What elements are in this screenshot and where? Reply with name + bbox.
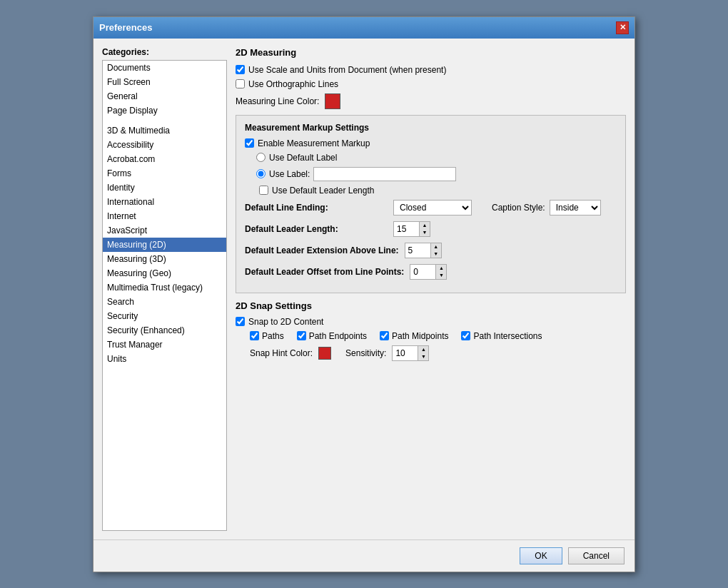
cat-item-securityenhanced[interactable]: Security (Enhanced) [103, 323, 226, 338]
use-default-leader-row: Use Default Leader Length [259, 186, 617, 196]
cat-item-documents[interactable]: Documents [103, 61, 226, 75]
cat-item-acrobatcom[interactable]: Acrobat.com [103, 152, 226, 166]
measuring-line-color-row: Measuring Line Color: [236, 93, 626, 109]
cat-item-units[interactable]: Units [103, 352, 226, 366]
path-endpoints-checkbox[interactable] [297, 331, 306, 340]
close-button[interactable]: ✕ [616, 21, 629, 34]
leader-length-down[interactable]: ▼ [419, 229, 430, 236]
title-bar: Preferences ✕ [93, 17, 635, 39]
sensitivity-input[interactable] [393, 346, 418, 360]
cat-item-3dmultimedia[interactable]: 3D & Multimedia [103, 123, 226, 138]
default-leader-ext-label: Default Leader Extension Above Line: [245, 245, 399, 255]
sensitivity-up[interactable]: ▲ [418, 346, 428, 353]
cat-item-measuring2d[interactable]: Measuring (2D) [103, 238, 226, 252]
cat-item-identity[interactable]: Identity [103, 181, 226, 195]
leader-length-up[interactable]: ▲ [419, 222, 430, 229]
cat-item-general[interactable]: General [103, 89, 226, 103]
default-line-ending-select[interactable]: Closed Open Arrow None [393, 200, 472, 216]
use-ortho-row: Use Orthographic Lines [236, 79, 626, 89]
cat-item-trustmanager[interactable]: Trust Manager [103, 338, 226, 352]
use-label-row: Use Label: [256, 167, 617, 181]
path-intersections-label[interactable]: Path Intersections [461, 331, 542, 341]
cat-item-pagedisplay[interactable]: Page Display [103, 103, 226, 118]
sensitivity-spinners: ▲ ▼ [418, 346, 428, 360]
sensitivity-down[interactable]: ▼ [418, 353, 428, 360]
cat-item-internet[interactable]: Internet [103, 209, 226, 223]
use-ortho-checkbox[interactable] [236, 79, 245, 88]
sensitivity-label: Sensitivity: [345, 348, 386, 358]
leader-ext-up[interactable]: ▲ [430, 243, 441, 250]
cat-item-accessibility[interactable]: Accessibility [103, 138, 226, 152]
path-midpoints-checkbox[interactable] [380, 331, 389, 340]
use-default-leader-label[interactable]: Use Default Leader Length [259, 186, 374, 196]
cat-item-measuringgeo[interactable]: Measuring (Geo) [103, 266, 226, 280]
use-default-label-radio[interactable] [256, 153, 266, 162]
use-default-label-row: Use Default Label [256, 153, 617, 163]
snap-to-2d-checkbox[interactable] [236, 317, 245, 326]
leader-offset-spinner: ▲ ▼ [410, 264, 447, 280]
cat-item-javascript[interactable]: JavaScript [103, 223, 226, 238]
leader-offset-spinners: ▲ ▼ [435, 265, 446, 279]
snap-hint-color-label: Snap Hint Color: [250, 348, 313, 358]
measuring-line-color-swatch[interactable] [325, 93, 340, 109]
path-midpoints-label[interactable]: Path Midpoints [380, 331, 448, 341]
leader-length-spinner: ▲ ▼ [393, 221, 430, 237]
leader-offset-down[interactable]: ▼ [435, 272, 446, 279]
measuring-line-color-label: Measuring Line Color: [236, 96, 319, 106]
use-default-label-text[interactable]: Use Default Label [269, 153, 337, 163]
default-line-ending-label: Default Line Ending: [245, 203, 388, 213]
snap-hint-row: Snap Hint Color: Sensitivity: ▲ ▼ [250, 345, 626, 361]
leader-length-input[interactable] [394, 222, 419, 236]
path-intersections-checkbox[interactable] [461, 331, 470, 340]
snap-hint-color-swatch[interactable] [318, 347, 331, 360]
leader-offset-up[interactable]: ▲ [435, 265, 446, 272]
enable-markup-row: Enable Measurement Markup [245, 138, 617, 148]
default-leader-length-row: Default Leader Length: ▲ ▼ [245, 221, 617, 237]
cancel-button[interactable]: Cancel [568, 547, 625, 564]
path-endpoints-label[interactable]: Path Endpoints [297, 331, 367, 341]
leader-offset-input[interactable] [410, 265, 435, 279]
preferences-dialog: Preferences ✕ Categories: Documents Full… [93, 16, 635, 572]
use-scale-label[interactable]: Use Scale and Units from Document (when … [236, 65, 446, 75]
dialog-body: Categories: Documents Full Screen Genera… [93, 39, 635, 539]
cat-item-forms[interactable]: Forms [103, 166, 226, 181]
default-line-ending-row: Default Line Ending: Closed Open Arrow N… [245, 200, 617, 216]
cat-item-search[interactable]: Search [103, 295, 226, 309]
default-leader-offset-label: Default Leader Offset from Line Points: [245, 267, 404, 277]
cat-item-multimediatrust[interactable]: Multimedia Trust (legacy) [103, 280, 226, 295]
markup-settings-title: Measurement Markup Settings [245, 123, 617, 133]
caption-style-row: Caption Style: Inside Outside Top Bottom [492, 200, 601, 216]
enable-markup-label[interactable]: Enable Measurement Markup [245, 138, 370, 148]
paths-label[interactable]: Paths [250, 331, 284, 341]
default-leader-length-label: Default Leader Length: [245, 224, 388, 234]
markup-settings-group: Measurement Markup Settings Enable Measu… [236, 115, 626, 293]
cat-item-fullscreen[interactable]: Full Screen [103, 75, 226, 89]
dialog-title: Preferences [99, 22, 152, 33]
snap-to-2d-row: Snap to 2D Content [236, 317, 626, 327]
snap-to-2d-label[interactable]: Snap to 2D Content [236, 317, 323, 327]
cat-item-international[interactable]: International [103, 195, 226, 209]
leader-ext-input[interactable] [405, 243, 430, 258]
section-title: 2D Measuring [236, 47, 626, 58]
use-label-input[interactable] [313, 167, 456, 181]
snap-section-title: 2D Snap Settings [236, 300, 626, 311]
snap-options-row: Paths Path Endpoints Path Midpoints Path… [250, 331, 626, 341]
cat-item-security[interactable]: Security [103, 309, 226, 323]
ok-button[interactable]: OK [520, 547, 562, 564]
use-label-radio[interactable] [256, 169, 266, 178]
use-scale-checkbox[interactable] [236, 65, 245, 74]
categories-label: Categories: [102, 47, 227, 57]
cat-item-measuring3d[interactable]: Measuring (3D) [103, 252, 226, 266]
paths-checkbox[interactable] [250, 331, 259, 340]
use-default-leader-checkbox[interactable] [259, 186, 268, 195]
use-ortho-label[interactable]: Use Orthographic Lines [236, 79, 338, 89]
enable-markup-checkbox[interactable] [245, 138, 254, 148]
use-label-text[interactable]: Use Label: [269, 169, 310, 179]
leader-ext-spinner: ▲ ▼ [405, 243, 442, 258]
categories-list: Documents Full Screen General Page Displ… [102, 60, 227, 531]
leader-ext-down[interactable]: ▼ [430, 250, 441, 258]
leader-length-spinners: ▲ ▼ [419, 222, 430, 236]
sensitivity-spinner: ▲ ▼ [392, 345, 429, 361]
default-line-ending-wrapper: Closed Open Arrow None [393, 200, 472, 216]
caption-style-select[interactable]: Inside Outside Top Bottom [550, 200, 601, 216]
